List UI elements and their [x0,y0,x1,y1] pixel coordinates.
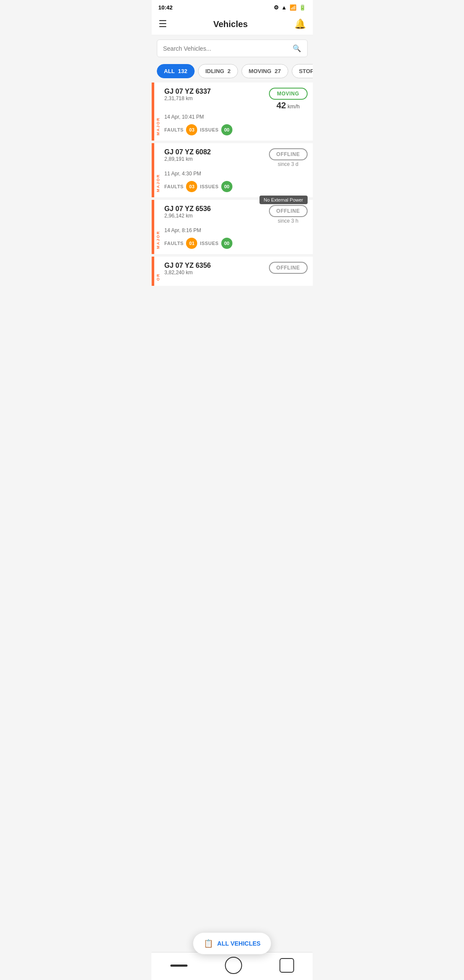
vehicle-id-3: GJ 07 YZ 6356 [165,262,211,270]
header: ☰ Vehicles 🔔 [152,13,313,35]
search-bar: 🔍 [157,40,308,57]
speed-text-0: 42 km/h [269,101,308,110]
header-right-icons: 🔔 [294,18,306,30]
vehicle-info-row-2: GJ 07 YZ 6536 2,96,142 km OFFLINE since … [165,205,308,224]
wifi-icon: ▲ [281,4,287,11]
status-badge-0: MOVING [269,88,308,100]
faults-row-1: FAULTS 03 ISSUES 00 [165,181,308,192]
vehicle-date-2: 14 Apr, 8:16 PM [165,227,308,233]
status-badge-3: OFFLINE [269,262,308,274]
filter-tabs: ALL 132 IDLING 2 MOVING 27 STOPPED 4 [152,61,313,83]
vehicle-id-1: GJ 07 YZ 6082 [165,148,211,156]
nav-home-btn[interactable] [225,957,242,974]
issues-label-2: ISSUES [200,241,218,246]
filter-tab-stopped[interactable]: STOPPED 4 [292,64,313,78]
card-content-2: GJ 07 YZ 6536 2,96,142 km OFFLINE since … [162,200,313,254]
issues-badge-0: 00 [221,124,232,135]
filter-tab-all[interactable]: ALL 132 [157,64,195,78]
card-content-1: GJ 07 YZ 6082 2,89,191 km OFFLINE since … [162,143,313,197]
vehicle-right-1: OFFLINE since 3 d [269,148,308,167]
status-badge-2: OFFLINE [269,205,308,217]
signal-icon: 📶 [290,4,296,11]
bottom-nav [152,952,313,980]
vehicle-date-0: 14 Apr, 10:41 PM [165,114,308,120]
search-icon: 🔍 [293,44,301,52]
card-content-3: GJ 07 YZ 6356 3,82,240 km OFFLINE [162,257,313,286]
status-icons: ⚙ ▲ 📶 🔋 [274,4,306,11]
page-title: Vehicles [213,19,247,29]
faults-row-0: FAULTS 03 ISSUES 00 [165,124,308,135]
vehicle-km-2: 2,96,142 km [165,213,211,219]
vehicle-info-row-1: GJ 07 YZ 6082 2,89,191 km OFFLINE since … [165,148,308,167]
no-ext-power-tooltip: No External Power [259,196,308,204]
faults-label-1: FAULTS [165,184,184,189]
vehicle-card-2[interactable]: No External Power MAJOR GJ 07 YZ 6536 2,… [152,200,313,254]
vehicle-left-1: GJ 07 YZ 6082 2,89,191 km [165,148,211,165]
vehicle-card-3[interactable]: OR GJ 07 YZ 6356 3,82,240 km OFFLINE [152,257,313,286]
vehicle-right-0: MOVING 42 km/h [269,88,308,110]
faults-label-0: FAULTS [165,127,184,132]
vehicle-km-0: 2,31,718 km [165,95,211,101]
vehicle-info-row-0: GJ 07 YZ 6337 2,31,718 km MOVING 42 km/h [165,88,308,110]
vehicle-card-0[interactable]: MAJOR GJ 07 YZ 6337 2,31,718 km MOVING 4… [152,83,313,141]
faults-badge-1: 03 [186,181,197,192]
popup-icon: 📋 [204,939,213,948]
vehicle-left-2: GJ 07 YZ 6536 2,96,142 km [165,205,211,222]
vehicle-left-0: GJ 07 YZ 6337 2,31,718 km [165,88,211,105]
vehicle-list: MAJOR GJ 07 YZ 6337 2,31,718 km MOVING 4… [152,83,313,323]
issues-badge-2: 00 [221,238,232,249]
status-bar: 10:42 ⚙ ▲ 📶 🔋 [152,0,313,13]
vehicle-id-0: GJ 07 YZ 6337 [165,88,211,95]
menu-icon[interactable]: ☰ [159,18,167,30]
since-text-2: since 3 h [269,218,308,224]
vehicle-km-1: 2,89,191 km [165,156,211,162]
vehicle-right-2: OFFLINE since 3 h [269,205,308,224]
settings-icon: ⚙ [274,4,279,11]
vehicle-date-1: 11 Apr, 4:30 PM [165,171,308,177]
vehicle-km-3: 3,82,240 km [165,270,211,276]
faults-badge-2: 01 [186,238,197,249]
issues-label-0: ISSUES [200,127,218,132]
vehicle-card-1[interactable]: MAJOR GJ 07 YZ 6082 2,89,191 km OFFLINE … [152,143,313,197]
filter-tab-idling[interactable]: IDLING 2 [198,64,238,78]
card-content-0: GJ 07 YZ 6337 2,31,718 km MOVING 42 km/h… [162,83,313,141]
bell-icon[interactable]: 🔔 [294,18,306,30]
faults-badge-0: 03 [186,124,197,135]
nav-back-btn[interactable] [170,965,187,967]
issues-badge-1: 00 [221,181,232,192]
issues-label-1: ISSUES [200,184,218,189]
status-badge-1: OFFLINE [269,148,308,160]
vehicle-info-row-3: GJ 07 YZ 6356 3,82,240 km OFFLINE [165,262,308,279]
severity-label-1: MAJOR [154,143,162,197]
faults-label-2: FAULTS [165,241,184,246]
battery-icon: 🔋 [299,4,306,11]
severity-label-0: MAJOR [154,83,162,141]
severity-label-2: MAJOR [154,200,162,254]
vehicle-id-2: GJ 07 YZ 6536 [165,205,211,213]
vehicle-right-3: OFFLINE [269,262,308,274]
popup-label: ALL VEHICLES [217,940,261,947]
filter-tab-moving[interactable]: MOVING 27 [241,64,288,78]
severity-label-3: OR [154,257,162,286]
nav-recents-btn[interactable] [279,958,294,973]
faults-row-2: FAULTS 01 ISSUES 00 [165,238,308,249]
status-time: 10:42 [159,4,173,11]
search-input[interactable] [163,45,288,52]
since-text-1: since 3 d [269,161,308,167]
all-vehicles-popup[interactable]: 📋 ALL VEHICLES [193,933,271,954]
vehicle-left-3: GJ 07 YZ 6356 3,82,240 km [165,262,211,279]
